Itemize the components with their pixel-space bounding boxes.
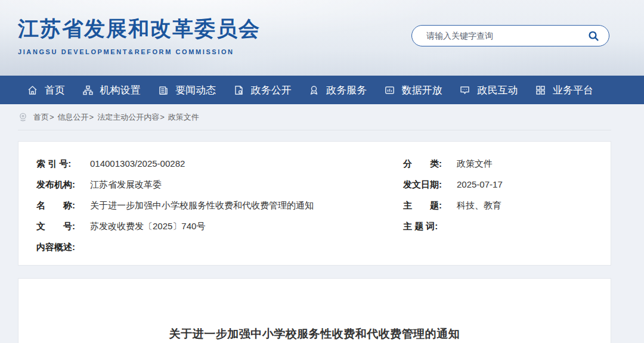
meta-row-publisher: 发布机构: 江苏省发展改革委	[36, 174, 403, 195]
meta-row-doc-number: 文 号: 苏发改收费发〔2025〕740号	[36, 216, 403, 236]
nav-item-interaction[interactable]: 政民互动	[459, 83, 518, 97]
breadcrumb-item-home[interactable]: 首页	[33, 112, 49, 123]
breadcrumb-separator: >	[49, 113, 54, 121]
nav-item-org-setup[interactable]: 机构设置	[82, 83, 141, 97]
nav-label: 要闻动态	[175, 83, 216, 97]
search-input[interactable]	[412, 26, 586, 46]
meta-row-index-number: 索 引 号: 014001303/2025-00282	[36, 153, 403, 174]
meta-column-right: 分 类: 政策文件 发文日期: 2025-07-17 主 题: 科技、教育 主 …	[403, 153, 593, 257]
meta-label: 主 题 词:	[403, 216, 452, 236]
nav-label: 首页	[45, 83, 65, 97]
nav-item-business-platform[interactable]: 业务平台	[535, 83, 593, 97]
meta-label: 索 引 号:	[36, 153, 85, 174]
badge-icon	[308, 85, 320, 96]
meta-label: 主 题:	[403, 195, 452, 216]
nav-label: 数据开放	[402, 83, 442, 97]
breadcrumb-item-statutory-content[interactable]: 法定主动公开内容	[97, 112, 159, 123]
meta-row-title: 名 称: 关于进一步加强中小学校服务性收费和代收费管理的通知	[36, 195, 403, 216]
meta-value: 政策文件	[457, 153, 493, 174]
nav-inner: 首页 机构设置 要闻动态	[27, 83, 593, 97]
nav-label: 政务公开	[251, 83, 292, 97]
search-box	[411, 25, 609, 46]
org-chart-icon	[82, 85, 94, 96]
meta-label: 内容概述:	[36, 236, 85, 257]
grid-icon	[535, 85, 546, 96]
meta-value: 2025-07-17	[457, 174, 503, 195]
meta-row-summary: 内容概述:	[36, 236, 403, 257]
location-icon	[18, 112, 28, 122]
meta-label: 发文日期:	[403, 174, 452, 195]
meta-label: 名 称:	[36, 195, 85, 216]
nav-label: 政务服务	[326, 83, 367, 97]
nav-item-gov-open[interactable]: 政务公开	[233, 83, 292, 97]
meta-label: 分 类:	[403, 153, 452, 174]
open-file-icon	[233, 85, 244, 96]
brand: 江苏省发展和改革委员会 JIANGSU DEVELOPMENT&REFORM C…	[18, 15, 261, 55]
meta-value: 关于进一步加强中小学校服务性收费和代收费管理的通知	[90, 195, 314, 216]
meta-value: 科技、教育	[457, 195, 501, 216]
site-header: 江苏省发展和改革委员会 JIANGSU DEVELOPMENT&REFORM C…	[0, 0, 644, 76]
nav-item-news[interactable]: 要闻动态	[157, 83, 216, 97]
meta-label: 文 号:	[36, 216, 85, 236]
site-title: 江苏省发展和改革委员会	[18, 15, 261, 43]
meta-label: 发布机构:	[36, 174, 85, 195]
breadcrumb-item-info-open[interactable]: 信息公开	[58, 112, 89, 123]
nav-label: 业务平台	[553, 83, 593, 97]
meta-row-category: 分 类: 政策文件	[403, 153, 593, 174]
document-title: 关于进一步加强中小学校服务性收费和代收费管理的通知	[18, 326, 611, 342]
nav-item-data-open[interactable]: 数据开放	[384, 83, 442, 97]
meta-value: 014001303/2025-00282	[90, 153, 185, 174]
main-nav: 首页 机构设置 要闻动态	[0, 76, 644, 104]
nav-label: 政民互动	[477, 83, 518, 97]
meta-column-left: 索 引 号: 014001303/2025-00282 发布机构: 江苏省发展改…	[36, 153, 403, 257]
meta-row-keywords: 主 题 词:	[403, 216, 593, 236]
meta-row-issue-date: 发文日期: 2025-07-17	[403, 174, 593, 195]
breadcrumb-separator: >	[160, 113, 165, 121]
site-subtitle: JIANGSU DEVELOPMENT&REFORM COMMISSION	[18, 48, 261, 55]
breadcrumb-separator: >	[89, 113, 94, 121]
meta-value: 江苏省发展改革委	[90, 174, 162, 195]
bar-chart-icon	[384, 85, 395, 96]
meta-value: 苏发改收费发〔2025〕740号	[90, 216, 205, 236]
magnifier-icon	[588, 30, 599, 42]
chat-bubble-icon	[459, 85, 470, 96]
news-icon	[157, 85, 169, 96]
document-meta-card: 索 引 号: 014001303/2025-00282 发布机构: 江苏省发展改…	[18, 141, 611, 266]
meta-row-subject: 主 题: 科技、教育	[403, 195, 593, 216]
nav-item-home[interactable]: 首页	[27, 83, 65, 97]
breadcrumb-item-policy-files: 政策文件	[168, 112, 199, 123]
nav-label: 机构设置	[100, 83, 141, 97]
breadcrumb: 首页> 信息公开> 法定主动公开内容> 政策文件	[18, 104, 611, 130]
document-body-card: 关于进一步加强中小学校服务性收费和代收费管理的通知	[18, 278, 611, 343]
home-icon	[27, 85, 38, 96]
search-button[interactable]	[586, 30, 609, 42]
nav-item-gov-service[interactable]: 政务服务	[308, 83, 367, 97]
